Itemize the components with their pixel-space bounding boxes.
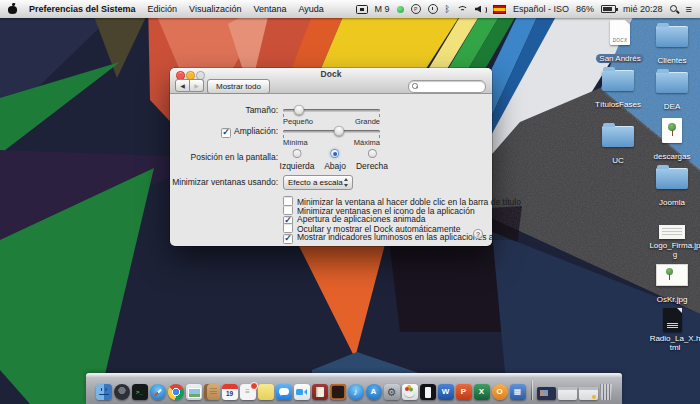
back-button[interactable]: ◀ (175, 79, 190, 92)
volume-icon[interactable] (475, 5, 486, 14)
menu-edición[interactable]: Edición (148, 4, 178, 14)
dock-launchpad[interactable] (114, 384, 130, 400)
dock: >_19≡♪A⚙WPXO▦ (86, 373, 622, 404)
dock-preview[interactable] (186, 384, 202, 400)
desktop-icon-oskr[interactable]: OsKr.jpg (646, 259, 698, 306)
bluetooth-icon[interactable]: ᛒ (445, 4, 450, 14)
notification-center-icon[interactable]: ≡ (686, 5, 692, 14)
desktop-icon-joomla[interactable]: Joomla (646, 162, 698, 209)
desktop-icon-san-andres[interactable]: DOCXSan Andrés (594, 18, 646, 65)
popup-arrows-icon (344, 178, 349, 187)
dock-preferences-window: Dock ◀ ▶ Mostrar todo Tamaño: Pequeño Gr… (170, 68, 492, 246)
dock-minimized-window-2[interactable] (558, 387, 577, 400)
menubar-status: M 9PᛒEspañol - ISO86%mié 20:28≡ (356, 4, 692, 14)
desktop-icon-uc[interactable]: UC (592, 120, 644, 167)
help-button[interactable]: ? (473, 229, 483, 239)
desktop-icon-descargas[interactable]: descargas (646, 116, 698, 163)
menu-ventana[interactable]: Ventana (253, 4, 286, 14)
desktop: DOCXSan AndrésClientesTítulosFasesDEAUCd… (0, 0, 700, 404)
desktop-icon-titulosfases[interactable]: TítulosFases (592, 64, 644, 111)
menu-visualización[interactable]: Visualización (189, 4, 241, 14)
dock-ibooks[interactable] (312, 384, 328, 400)
apple-menu-icon[interactable] (8, 4, 17, 15)
dock-calendar[interactable]: 19 (222, 384, 238, 400)
dock-trash[interactable] (600, 384, 613, 400)
search-field[interactable] (408, 80, 486, 93)
dock-facetime[interactable] (294, 384, 310, 400)
dock-stickies[interactable] (258, 384, 274, 400)
dock-utilities[interactable]: ▦ (510, 384, 526, 400)
window-title: Dock (170, 69, 492, 79)
position-label: Posición en la pantalla: (191, 152, 278, 162)
dock-powerpoint[interactable]: P (456, 384, 472, 400)
dock-minimized-window-1[interactable] (537, 387, 556, 400)
dock-terminal[interactable]: >_ (132, 384, 148, 400)
dock-word[interactable]: W (438, 384, 454, 400)
dock-app-store[interactable]: A (366, 384, 382, 400)
minimize-effect-value: Efecto a escala (288, 178, 343, 187)
search-icon (412, 83, 417, 88)
dock-photos[interactable] (330, 384, 346, 400)
show-all-button[interactable]: Mostrar todo (207, 79, 270, 94)
dock-safari[interactable] (150, 384, 166, 400)
magnification-slider[interactable] (283, 130, 380, 133)
menubar-menus: Preferencias del SistemaEdiciónVisualiza… (21, 4, 324, 14)
dock-system-preferences[interactable]: ⚙ (384, 384, 400, 400)
dock-finder[interactable] (96, 384, 112, 400)
magnification-slider-thumb[interactable] (334, 126, 344, 136)
size-max-label: Grande (283, 117, 380, 126)
dock-excel[interactable]: X (474, 384, 490, 400)
dock-minimized-window-3[interactable] (579, 387, 598, 400)
magnification-max-label: Máxima (283, 138, 380, 147)
option-checkbox-4[interactable]: ✓Mostrar indicadores luminosos en las ap… (283, 232, 519, 244)
window-content: Tamaño: Pequeño Grande ✓Ampliación: Míni… (170, 94, 492, 247)
size-slider[interactable] (283, 109, 380, 112)
dock-reminders[interactable]: ≡ (240, 384, 256, 400)
desktop-icon-clientes[interactable]: Clientes (646, 20, 698, 67)
minimize-using-label: Minimizar ventanas usando: (172, 177, 278, 187)
time-machine-icon[interactable] (428, 4, 438, 14)
menumeter-label[interactable]: M 9 (375, 4, 390, 14)
radio-derecha[interactable]: Derecha (356, 149, 388, 171)
size-label: Tamaño: (245, 105, 278, 115)
dock-contacts[interactable] (204, 384, 220, 400)
desktop-icon-logo-firma[interactable]: Logo_Firma.jpg (646, 212, 698, 261)
radio-abajo[interactable]: Abajo (324, 149, 346, 171)
display-status-icon[interactable] (356, 5, 368, 14)
window-titlebar[interactable]: Dock ◀ ▶ Mostrar todo (170, 68, 492, 94)
menu-ayuda[interactable]: Ayuda (299, 4, 324, 14)
menu-bar: Preferencias del SistemaEdiciónVisualiza… (0, 0, 700, 18)
dock-itunes[interactable]: ♪ (348, 384, 364, 400)
minimize-effect-popup[interactable]: Efecto a escala (283, 175, 353, 190)
dock-separator (531, 380, 532, 400)
forward-button[interactable]: ▶ (190, 79, 204, 92)
input-source-flag-icon[interactable] (493, 5, 506, 14)
magnification-checkbox[interactable]: ✓ (221, 128, 231, 138)
menubar-clock[interactable]: mié 20:28 (623, 4, 663, 14)
nav-buttons: ◀ ▶ (175, 79, 204, 92)
radio-izquierda[interactable]: Izquierda (280, 149, 315, 171)
dock-chrome[interactable] (168, 384, 184, 400)
spotlight-icon[interactable] (670, 5, 679, 14)
size-slider-thumb[interactable] (294, 105, 304, 115)
magnification-label: ✓Ampliación: (221, 126, 278, 138)
green-status-icon[interactable] (397, 6, 404, 13)
desktop-icon-dea[interactable]: DEA (646, 66, 698, 113)
dock-mobile-device-app[interactable] (420, 384, 436, 400)
p-app-status-icon[interactable]: P (411, 4, 421, 14)
dock-messages[interactable] (276, 384, 292, 400)
input-source-label[interactable]: Español - ISO (513, 4, 569, 14)
battery-icon[interactable] (601, 5, 616, 13)
wifi-icon[interactable] (457, 5, 468, 14)
desktop-icon-radio-la-x[interactable]: Radio_La_X.html (646, 305, 698, 354)
dock-fruit-app[interactable] (402, 384, 418, 400)
battery-percent[interactable]: 86% (576, 4, 594, 14)
menu-preferencias-del-sistema[interactable]: Preferencias del Sistema (29, 4, 136, 14)
dock-outlook[interactable]: O (492, 384, 508, 400)
